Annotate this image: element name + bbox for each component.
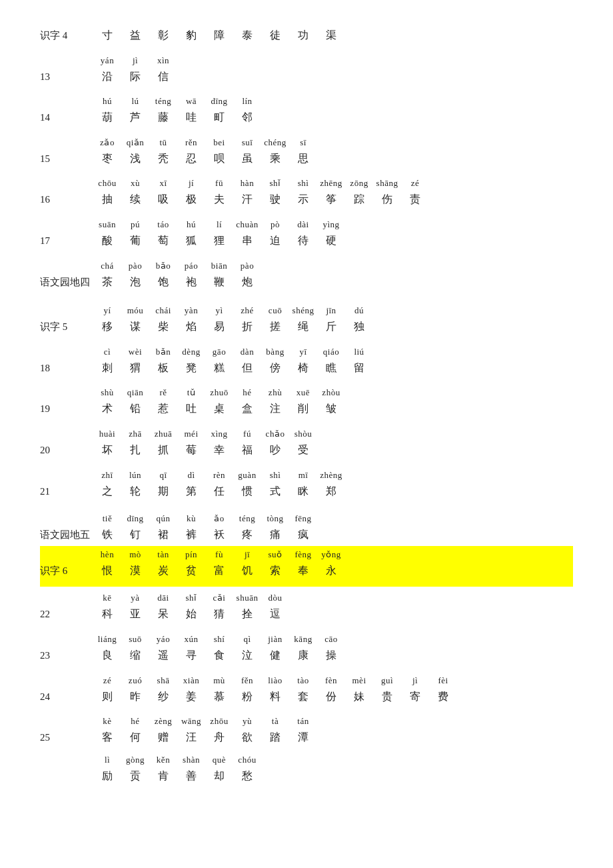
- char-pair: 第: [177, 483, 205, 500]
- char-pair: 漠: [121, 562, 149, 579]
- char-pair: tào: [289, 674, 317, 688]
- char-pair: xiàn: [177, 674, 205, 688]
- row15-block: 15 zǎo qiǎn tū rěn bei suī chéng sī 15 枣…: [40, 134, 573, 167]
- char-pair: 期: [149, 483, 177, 500]
- char-pair: qì: [233, 633, 261, 647]
- char-pair: cǎi: [205, 591, 233, 605]
- row13-charlist: 沿 际 信: [93, 68, 177, 85]
- char-pair: 踏: [261, 729, 289, 746]
- char-pair: huài: [93, 427, 121, 441]
- char-pair: tàn: [149, 548, 177, 562]
- row13-pinyins: yán jì xìn: [93, 54, 177, 68]
- char-pair: zhī: [93, 469, 121, 483]
- char-pair: 呗: [205, 150, 233, 167]
- char-pair: shǐ: [261, 177, 289, 191]
- char-pair: 信: [149, 68, 177, 85]
- char-pair: 受: [289, 441, 317, 459]
- char-pair: kěn: [149, 753, 177, 767]
- char-pair: qiǎn: [121, 136, 149, 150]
- char-pair: fū: [205, 177, 233, 191]
- char-pair: suō: [121, 633, 149, 647]
- char-pair: téng: [149, 95, 177, 109]
- char-pair: 康: [289, 647, 317, 664]
- row25-block: 25 kè hé zèng wāng zhōu yù tà tán 25 客 何…: [40, 713, 573, 746]
- char-pair: 钉: [121, 526, 149, 543]
- char-pair: dài: [289, 218, 317, 232]
- char-pair: 料: [261, 688, 289, 705]
- char-pair: hé: [121, 715, 149, 729]
- char-pair: zhòu: [317, 386, 345, 400]
- char-pair: 板: [149, 359, 177, 377]
- char-pair: 励: [93, 767, 121, 785]
- char-pair: 舟: [205, 729, 233, 746]
- char-pair: 示: [289, 191, 317, 208]
- char-pair: xìn: [149, 54, 177, 68]
- row23-block: 23 liáng suō yáo xún shí qì jiàn kāng cā…: [40, 631, 573, 664]
- char-pair: mù: [205, 674, 233, 688]
- char-pair: cāo: [317, 633, 345, 647]
- char-pair: 但: [233, 359, 261, 377]
- char-pair: 续: [121, 191, 149, 208]
- char-pair: 愁: [233, 767, 261, 785]
- char-pair: 寸: [93, 27, 121, 44]
- char-pair: 彰: [149, 27, 177, 44]
- char-pair: 遥: [149, 647, 177, 664]
- char-pair: xìng: [205, 427, 233, 441]
- char-pair: 扎: [121, 441, 149, 459]
- char-pair: gāo: [205, 345, 233, 359]
- char-pair: 套: [289, 688, 317, 705]
- char-pair: jí: [177, 177, 205, 191]
- char-pair: zōng: [345, 177, 373, 191]
- char-pair: guàn: [233, 469, 261, 483]
- char-pair: 寻: [177, 647, 205, 664]
- char-pair: 刺: [93, 359, 121, 377]
- char-pair: fèng: [289, 548, 317, 562]
- char-pair: 椅: [289, 359, 317, 377]
- char-pair: mèi: [345, 674, 373, 688]
- char-pair: 粉: [233, 688, 261, 705]
- char-pair: cì: [93, 345, 121, 359]
- char-pair: 逗: [261, 605, 289, 623]
- char-pair: rě: [149, 386, 177, 400]
- char-pair: suǒ: [261, 548, 289, 562]
- char-pair: jīn: [317, 304, 345, 318]
- char-pair: dīng: [205, 95, 233, 109]
- char-pair: 吐: [177, 400, 205, 417]
- char-pair: fēng: [289, 512, 317, 526]
- row14-chars: 14 葫 芦 藤 哇 町 邻: [40, 109, 573, 126]
- char-pair: zhā: [121, 427, 149, 441]
- char-pair: lín: [233, 95, 261, 109]
- row16-block: 16 chōu xù xī jí fū hàn shǐ shì zhēng zō…: [40, 175, 573, 208]
- char-pair: 潭: [289, 729, 317, 746]
- char-pair: 奉: [289, 562, 317, 579]
- char-pair: biān: [205, 259, 233, 273]
- char-pair: shāng: [373, 177, 401, 191]
- char-pair: 良: [93, 647, 121, 664]
- char-pair: 串: [233, 232, 261, 249]
- yuanwendi4-block: 语文园地四 chá pào bǎo páo biān pào 语文园地四 茶 泡…: [40, 257, 573, 291]
- char-pair: 思: [289, 150, 317, 167]
- char-pair: 式: [261, 483, 289, 500]
- char-pair: 豹: [177, 27, 205, 44]
- char-pair: 糕: [205, 359, 233, 377]
- char-pair: 绳: [289, 318, 317, 335]
- char-pair: 炮: [233, 273, 261, 291]
- char-pair: 疯: [289, 526, 317, 543]
- char-pair: 呆: [149, 605, 177, 623]
- char-pair: 削: [289, 400, 317, 417]
- char-pair: 郑: [317, 483, 345, 500]
- char-pair: 秃: [149, 150, 177, 167]
- char-pair: 葡: [121, 232, 149, 249]
- char-pair: 狐: [177, 232, 205, 249]
- char-pair: bǎn: [149, 345, 177, 359]
- char-pair: 亚: [121, 605, 149, 623]
- char-pair: chái: [149, 304, 177, 318]
- char-pair: 之: [93, 483, 121, 500]
- char-pair: fěn: [233, 674, 261, 688]
- char-pair: 饱: [149, 273, 177, 291]
- row14-pinyin: 14 hú lú téng wā dīng lín: [40, 93, 573, 109]
- char-pair: páo: [177, 259, 205, 273]
- char-pair: suī: [233, 136, 261, 150]
- char-pair: 焰: [177, 318, 205, 335]
- char-pair: dì: [177, 469, 205, 483]
